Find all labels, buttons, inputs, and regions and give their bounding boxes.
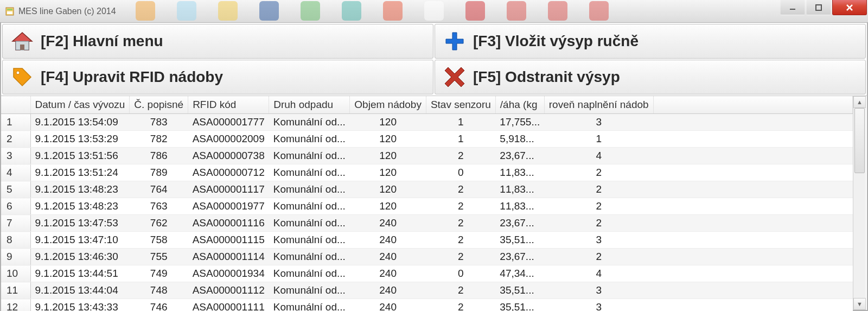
svg-rect-9 [20, 45, 24, 50]
cell-druh: Komunální od... [269, 265, 350, 282]
column-uroven[interactable]: roveň naplnění nádob [544, 96, 653, 114]
column-popisne[interactable]: Č. popisné [130, 96, 188, 114]
cell-objem: 120 [350, 164, 426, 181]
cell-datum: 9.1.2015 13:43:33 [30, 299, 130, 312]
cell-stav: 2 [426, 215, 495, 232]
minimize-button[interactable] [780, 0, 805, 15]
cell-stav: 2 [426, 181, 495, 198]
cell-popisne: 782 [130, 131, 188, 148]
row-number: 2 [1, 131, 30, 148]
table-row[interactable]: 39.1.2015 13:51:56786ASA000000738Komunál… [1, 148, 853, 164]
cell-vaha: 11,83... [495, 198, 544, 215]
plus-icon [442, 28, 468, 54]
cell-uroven: 4 [544, 265, 653, 282]
cell-rfid: ASA000001934 [188, 265, 269, 282]
cell-datum: 9.1.2015 13:47:10 [30, 232, 130, 249]
cell-vaha: 35,51... [495, 282, 544, 299]
cell-druh: Komunální od... [269, 131, 350, 148]
column-stav[interactable]: Stav senzoru [426, 96, 495, 114]
cell-filler [653, 265, 852, 282]
scroll-thumb[interactable] [854, 108, 865, 173]
column-druh[interactable]: Druh odpadu [269, 96, 350, 114]
cell-stav: 2 [426, 299, 495, 312]
cell-druh: Komunální od... [269, 232, 350, 249]
cell-filler [653, 299, 852, 312]
cell-objem: 120 [350, 148, 426, 164]
cell-stav: 2 [426, 198, 495, 215]
cell-popisne: 755 [130, 249, 188, 265]
table-row[interactable]: 79.1.2015 13:47:53762ASA000001116Komunál… [1, 215, 853, 232]
cell-datum: 9.1.2015 13:54:09 [30, 114, 130, 131]
column-datum[interactable]: Datum / čas vývozu [30, 96, 130, 114]
cell-popisne: 783 [130, 114, 188, 131]
row-number: 11 [1, 282, 30, 299]
cell-rfid: ASA000001777 [188, 114, 269, 131]
cell-objem: 240 [350, 249, 426, 265]
cell-popisne: 746 [130, 299, 188, 312]
column-rfid[interactable]: RFID kód [188, 96, 269, 114]
vertical-scrollbar[interactable]: ▲ ▼ [853, 96, 866, 310]
cell-objem: 240 [350, 299, 426, 312]
svg-rect-2 [7, 11, 12, 14]
table-row[interactable]: 129.1.2015 13:43:33746ASA000001111Komuná… [1, 299, 853, 312]
cell-popisne: 789 [130, 164, 188, 181]
main-menu-button[interactable]: [F2] Hlavní menu [2, 24, 433, 59]
row-number: 4 [1, 164, 30, 181]
cell-rfid: ASA000001114 [188, 249, 269, 265]
edit-rfid-button[interactable]: [F4] Upravit RFID nádoby [2, 60, 433, 94]
table-row[interactable]: 89.1.2015 13:47:10758ASA000001115Komunál… [1, 232, 853, 249]
cell-stav: 2 [426, 249, 495, 265]
cell-uroven: 1 [544, 131, 653, 148]
table-row[interactable]: 49.1.2015 13:51:24789ASA000000712Komunál… [1, 164, 853, 181]
row-number: 5 [1, 181, 30, 198]
column-objem[interactable]: Objem nádoby [350, 96, 426, 114]
column-vaha[interactable]: /áha (kg [495, 96, 544, 114]
cell-datum: 9.1.2015 13:47:53 [30, 215, 130, 232]
cell-filler [653, 148, 852, 164]
cell-filler [653, 131, 852, 148]
cross-icon [442, 64, 468, 90]
header-row: Datum / čas vývozu Č. popisné RFID kód D… [1, 96, 853, 114]
cell-druh: Komunální od... [269, 181, 350, 198]
row-number: 1 [1, 114, 30, 131]
column-rownum[interactable] [1, 96, 30, 114]
cell-datum: 9.1.2015 13:48:23 [30, 181, 130, 198]
table-row[interactable]: 69.1.2015 13:48:23763ASA000001977Komunál… [1, 198, 853, 215]
cell-uroven: 3 [544, 114, 653, 131]
cell-objem: 240 [350, 215, 426, 232]
insert-button[interactable]: [F3] Vložit výsyp ručně [435, 24, 866, 59]
scroll-down-arrow[interactable]: ▼ [853, 298, 866, 310]
cell-stav: 1 [426, 114, 495, 131]
cell-stav: 0 [426, 164, 495, 181]
cell-filler [653, 198, 852, 215]
table-row[interactable]: 29.1.2015 13:53:29782ASA000002009Komunál… [1, 131, 853, 148]
cell-datum: 9.1.2015 13:53:29 [30, 131, 130, 148]
cell-datum: 9.1.2015 13:51:24 [30, 164, 130, 181]
maximize-button[interactable] [806, 0, 831, 15]
cell-uroven: 3 [544, 282, 653, 299]
close-button[interactable] [832, 0, 867, 15]
table-row[interactable]: 119.1.2015 13:44:04748ASA000001112Komuná… [1, 282, 853, 299]
cell-stav: 0 [426, 265, 495, 282]
scroll-up-arrow[interactable]: ▲ [853, 96, 866, 108]
delete-button[interactable]: [F5] Odstranit výsyp [435, 60, 866, 94]
svg-rect-4 [816, 5, 821, 10]
main-menu-label: [F2] Hlavní menu [41, 33, 163, 50]
titlebar: MES line Gaben (c) 2014 [0, 0, 868, 23]
edit-rfid-label: [F4] Upravit RFID nádoby [41, 68, 223, 86]
row-number: 6 [1, 198, 30, 215]
table-row[interactable]: 59.1.2015 13:48:23764ASA000001117Komunál… [1, 181, 853, 198]
grid-container: Datum / čas vývozu Č. popisné RFID kód D… [0, 96, 868, 311]
cell-objem: 240 [350, 265, 426, 282]
table-row[interactable]: 19.1.2015 13:54:09783ASA000001777Komunál… [1, 114, 853, 131]
scroll-track[interactable] [853, 108, 866, 298]
data-grid[interactable]: Datum / čas vývozu Č. popisné RFID kód D… [1, 96, 853, 311]
cell-vaha: 47,34... [495, 265, 544, 282]
cell-vaha: 23,67... [495, 249, 544, 265]
table-row[interactable]: 99.1.2015 13:46:30755ASA000001114Komunál… [1, 249, 853, 265]
cell-objem: 120 [350, 114, 426, 131]
cell-datum: 9.1.2015 13:44:04 [30, 282, 130, 299]
table-row[interactable]: 109.1.2015 13:44:51749ASA000001934Komuná… [1, 265, 853, 282]
cell-popisne: 786 [130, 148, 188, 164]
cell-rfid: ASA000000712 [188, 164, 269, 181]
